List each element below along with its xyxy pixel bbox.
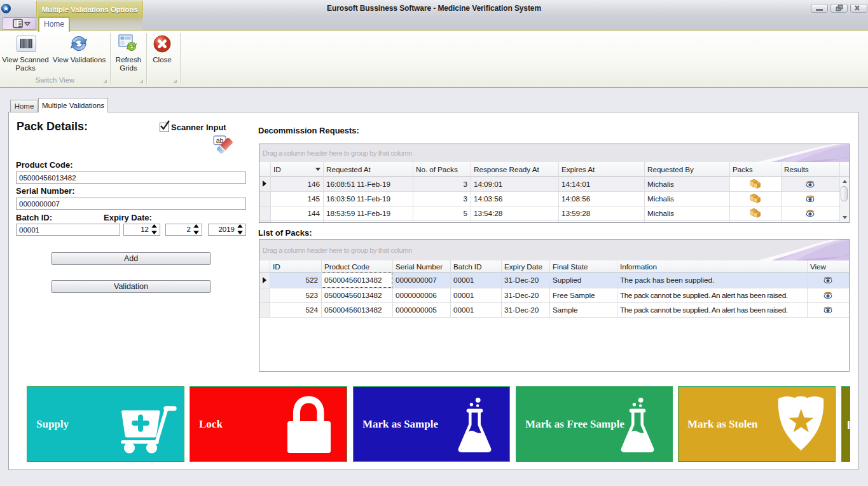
svg-text:ab: ab xyxy=(216,137,224,144)
